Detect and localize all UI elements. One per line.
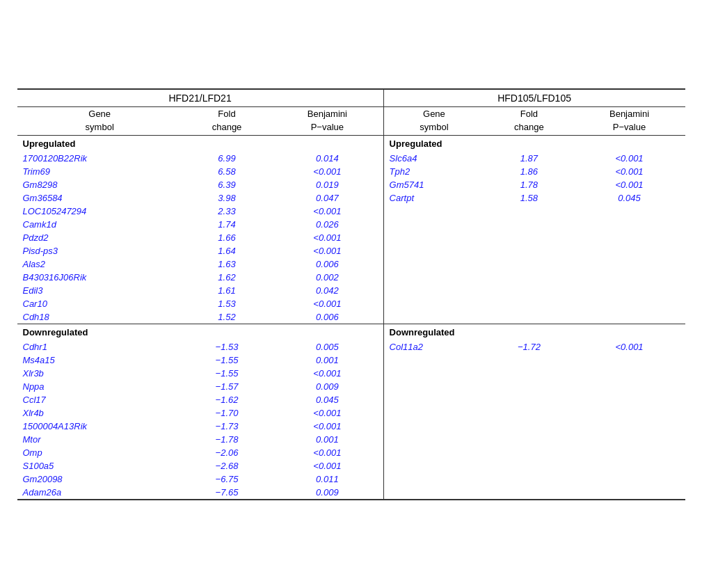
table-row: S100a5−2.68<0.001 (17, 459, 685, 472)
table-row: Ccl17−1.620.045 (17, 393, 685, 406)
group-header-row: HFD21/LFD21 HFD105/LFD105 (17, 89, 685, 107)
table-row: Gm82986.390.019Gm57411.78<0.001 (17, 178, 685, 191)
table-row: Camk1d1.740.026 (17, 218, 685, 231)
table-row: Car101.53<0.001 (17, 297, 685, 310)
col-header-row2: symbolchangeP−valuesymbolchangeP−value (17, 120, 685, 136)
col-header-row: GeneFoldBenjaminiGeneFoldBenjamini (17, 106, 685, 120)
left-group-header: HFD21/LFD21 (17, 89, 384, 107)
table-body: GeneFoldBenjaminiGeneFoldBenjaminisymbol… (17, 106, 685, 500)
table-row: Ms4a15−1.550.001 (17, 353, 685, 367)
table-row: Pisd-ps31.64<0.001 (17, 244, 685, 257)
table-row: Adam26a−7.650.009 (17, 486, 685, 500)
right-group-header: HFD105/LFD105 (383, 89, 685, 107)
table-row: Cdh181.520.006 (17, 310, 685, 324)
table-row: Omp−2.06<0.001 (17, 446, 685, 459)
table-row: Xlr3b−1.55<0.001 (17, 367, 685, 380)
table-row: Nppa−1.570.009 (17, 380, 685, 393)
table-row: Gm365843.980.047Cartpt1.580.045 (17, 191, 685, 205)
data-table: HFD21/LFD21 HFD105/LFD105 GeneFoldBenjam… (17, 88, 685, 500)
main-table-container: HFD21/LFD21 HFD105/LFD105 GeneFoldBenjam… (17, 88, 685, 500)
table-row: LOC1052472942.33<0.001 (17, 205, 685, 218)
table-row: Mtor−1.780.001 (17, 433, 685, 446)
table-row: 1500004A13Rik−1.73<0.001 (17, 420, 685, 433)
table-row: Alas21.630.006 (17, 257, 685, 271)
table-row: Xlr4b−1.70<0.001 (17, 406, 685, 420)
table-row: Cdhr1−1.530.005Col11a2−1.72<0.001 (17, 340, 685, 353)
section-label-row: UpregulatedUpregulated (17, 135, 685, 152)
table-row: Pdzd21.66<0.001 (17, 231, 685, 244)
table-row: Gm20098−6.750.011 (17, 472, 685, 486)
table-row: B430316J06Rik1.620.002 (17, 271, 685, 284)
section-label-row: DownregulatedDownregulated (17, 324, 685, 340)
table-row: Trim696.58<0.001Tph21.86<0.001 (17, 165, 685, 178)
table-row: 1700120B22Rik6.990.014Slc6a41.87<0.001 (17, 152, 685, 165)
table-row: Edil31.610.042 (17, 284, 685, 297)
